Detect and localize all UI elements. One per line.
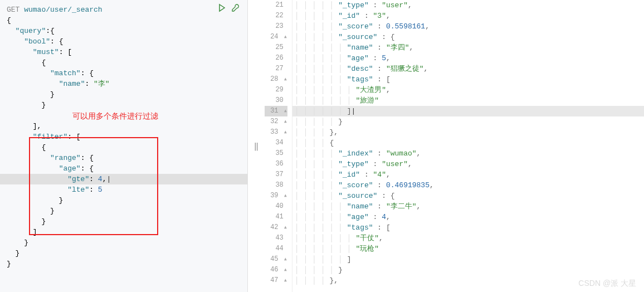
code-line: │ │ │ │ { [295,138,644,148]
line-number: 27 [265,64,287,74]
line-number: 26 [265,53,287,64]
play-icon[interactable] [217,3,226,14]
code-line: } [7,248,241,259]
line-number: 36 [265,159,287,169]
http-method: GET [7,6,19,14]
query-code[interactable]: GET wumao/user/_search { "query":{ "bool… [7,4,241,269]
line-number: 35 [265,148,287,159]
code-line: } [7,89,241,100]
code-line: │ │ │ │ │ │ "desc" : "猖獗之徒", [295,64,644,74]
request-editor[interactable]: GET wumao/user/_search { "query":{ "bool… [0,0,248,292]
line-number: 31 ▴ [265,106,287,116]
line-number: 22 [265,11,287,21]
line-number: 45 ▴ [265,254,287,265]
request-path: wumao/user/_search [24,6,102,14]
code-line: │ │ │ │ │ │ │ "干仗", [295,233,644,244]
code-line: │ │ │ │ │ "_type" : "user", [295,159,644,169]
line-number: 34 [265,138,287,148]
line-number: 29 [265,85,287,95]
response-code[interactable]: │ │ │ │ │ "_type" : "user",│ │ │ │ │ "_i… [292,0,644,292]
line-number: 32 ▴ [265,116,287,127]
code-line: │ │ │ │ │ "_score" : 0.5598161, [295,21,644,32]
code-line: "range": { [7,153,241,163]
line-number: 30 [265,95,287,106]
code-line: │ │ │ │ │ "_index" : "wumao", [295,148,644,159]
line-number: 28 ▴ [265,74,287,85]
code-line: } [7,259,241,269]
code-line: │ │ │ │ │ "_type" : "user", [295,0,644,11]
line-number: 42 ▴ [265,222,287,233]
line-number: 41 [265,212,287,222]
code-line: "must": [ [7,47,241,57]
line-number: 21 [265,0,287,11]
code-line: │ │ │ │ │ │ ]| [295,106,644,116]
line-number: 43 [265,233,287,244]
line-number: 47 ▴ [265,275,287,286]
code-line: │ │ │ │ │ │ "name" : "李四", [295,42,644,53]
code-line: │ │ │ │ }, [295,127,644,138]
code-line: │ │ │ │ │ │ "age" : 5, [295,53,644,64]
code-line: │ │ │ │ │ │ │ "旅游" [295,95,644,106]
line-number: 23 [265,21,287,32]
run-actions [217,3,240,14]
code-line: │ │ │ │ │ } [295,265,644,275]
code-line: │ │ │ │ │ "_source" : { [295,191,644,201]
code-line: │ │ │ │ │ │ "name" : "李二牛", [295,201,644,212]
code-line: │ │ │ │ │ │ │ "大渣男", [295,85,644,95]
code-line: "lte": 5 [7,184,241,195]
code-line: } [7,206,241,216]
line-number: 24 ▴ [265,32,287,42]
code-line: │ │ │ │ │ │ "age" : 4, [295,212,644,222]
line-number: 40 [265,201,287,212]
code-line: { [7,15,241,26]
code-line: │ │ │ │ │ │ ] [295,254,644,265]
code-line: │ │ │ │ │ "_source" : { [295,32,644,42]
line-number: 39 ▴ [265,191,287,201]
code-line: │ │ │ │ │ "_score" : 0.46919835, [295,180,644,191]
line-number: 44 [265,244,287,254]
code-line: │ │ │ │ │ │ "tags" : [ [295,222,644,233]
code-line: │ │ │ │ │ │ "tags" : [ [295,74,644,85]
line-number: 46 ▴ [265,265,287,275]
code-line: │ │ │ │ │ │ │ "玩枪" [295,244,644,254]
code-line: │ │ │ │ }, [295,275,644,286]
panel-divider[interactable]: ‖ [248,0,265,292]
code-line: ], [7,121,241,132]
code-line: } [7,195,241,206]
code-line: │ │ │ │ │ } [295,116,644,127]
response-viewer: 21 22 23 24 ▴25 26 27 28 ▴29 30 31 ▴32 ▴… [265,0,644,292]
line-number: 38 [265,180,287,191]
code-line: "query":{ [7,26,241,36]
line-gutter: 21 22 23 24 ▴25 26 27 28 ▴29 30 31 ▴32 ▴… [265,0,292,292]
code-line: } [7,100,241,110]
code-line: "filter": [ [7,132,241,142]
code-line: } [7,237,241,248]
code-line: "bool": { [7,36,241,47]
line-number: 37 [265,169,287,180]
code-line: } [7,216,241,227]
line-number: 25 [265,42,287,53]
drag-handle-icon: ‖ [254,142,258,151]
wrench-icon[interactable] [231,3,240,14]
code-line: "match": { [7,68,241,79]
code-line: ] [7,227,241,237]
code-line: { [7,57,241,68]
code-line: "name": "李" [7,79,241,89]
line-number: 33 ▴ [265,127,287,138]
code-line: │ │ │ │ │ "_id" : "4", [295,169,644,180]
code-line: "age": { [7,163,241,174]
code-line: │ │ │ │ │ "_id" : "3", [295,11,644,21]
code-line: "gte": 4,| [0,174,247,184]
code-line: { [7,142,241,153]
annotation-text: 可以用多个条件进行过滤 [72,111,158,121]
